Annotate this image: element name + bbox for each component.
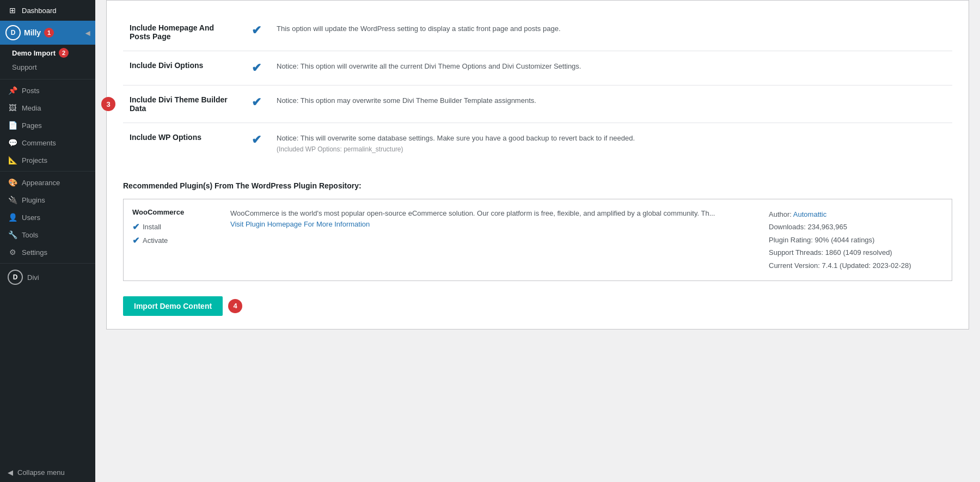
option-desc-1: Notice: This option will overwrite all t… xyxy=(270,51,952,86)
main-content: Include Homepage And Posts Page ✔ This o… xyxy=(95,0,980,482)
plugins-section: Recommended Plugin(s) From The WordPress… xyxy=(123,179,952,281)
sidebar-tools-label: Tools xyxy=(22,231,38,239)
collapse-menu-button[interactable]: ◀ Collapse menu xyxy=(0,463,95,482)
plugin-threads-row: Support Threads: 1860 (1409 resolved) xyxy=(769,246,943,259)
sidebar-appearance-label: Appearance xyxy=(22,179,60,187)
option-check-2[interactable]: ✔ xyxy=(243,86,270,123)
option-check-1[interactable]: ✔ xyxy=(243,51,270,86)
sidebar-media-label: Media xyxy=(22,104,41,112)
plugin-author-link[interactable]: Automattic xyxy=(793,210,826,218)
support-label: Support xyxy=(12,63,37,71)
sidebar-dashboard-label: Dashboard xyxy=(22,7,57,15)
comments-icon: 💬 xyxy=(8,138,17,148)
checkmark-icon-0: ✔ xyxy=(252,23,261,37)
plugin-name-col: WooCommerce ✔ Install ✔ Activate xyxy=(132,208,219,272)
sidebar-settings-label: Settings xyxy=(22,248,47,257)
sidebar-item-posts[interactable]: 📌 Posts xyxy=(0,82,95,99)
sidebar-posts-label: Posts xyxy=(22,87,40,95)
sidebar-divider-3 xyxy=(0,263,95,264)
sidebar-user-name: Milly xyxy=(24,28,41,37)
sidebar-comments-label: Comments xyxy=(22,139,56,147)
step-3-badge: 3 xyxy=(101,97,115,111)
plugin-install-row: ✔ Install xyxy=(132,222,219,232)
plugin-description: WooCommerce is the world's most popular … xyxy=(230,208,758,219)
sidebar-item-plugins[interactable]: 🔌 Plugins xyxy=(0,191,95,209)
demo-import-label: Demo Import xyxy=(12,49,56,57)
sidebar-item-media[interactable]: 🖼 Media xyxy=(0,99,95,117)
appearance-icon: 🎨 xyxy=(8,178,17,187)
plugin-activate-label[interactable]: Activate xyxy=(143,236,168,245)
sidebar-divi-label: Divi xyxy=(27,273,39,282)
posts-icon: 📌 xyxy=(8,86,17,95)
checkmark-icon-1: ✔ xyxy=(252,61,261,75)
checkmark-icon-2: ✔ xyxy=(252,95,261,109)
import-demo-content-button[interactable]: Import Demo Content xyxy=(123,296,223,316)
sidebar-collapse-arrow: ◂ xyxy=(85,28,90,38)
plugin-downloads-value: 234,963,965 xyxy=(808,223,847,231)
sidebar: ⊞ Dashboard D Milly 1 ◂ Demo Import 2 Su… xyxy=(0,0,95,482)
plugin-activate-check-icon: ✔ xyxy=(132,235,139,246)
sidebar-item-divi[interactable]: D Divi xyxy=(0,266,95,289)
sidebar-item-users[interactable]: 👤 Users xyxy=(0,209,95,226)
plugin-version-row: Current Version: 7.4.1 (Updated: 2023-02… xyxy=(769,259,943,272)
sidebar-projects-label: Projects xyxy=(22,156,47,164)
tools-icon: 🔧 xyxy=(8,230,17,240)
sidebar-divider-2 xyxy=(0,171,95,172)
settings-icon: ⚙ xyxy=(8,247,17,257)
option-check-3[interactable]: ✔ xyxy=(243,123,270,164)
sidebar-item-support[interactable]: Support xyxy=(0,61,95,77)
sidebar-item-tools[interactable]: 🔧 Tools xyxy=(0,226,95,243)
sidebar-item-projects[interactable]: 📐 Projects xyxy=(0,151,95,169)
sidebar-plugins-label: Plugins xyxy=(22,196,45,204)
table-row: Include Divi Options ✔ Notice: This opti… xyxy=(123,51,952,86)
checkmark-icon-3: ✔ xyxy=(252,133,261,147)
sidebar-item-appearance[interactable]: 🎨 Appearance xyxy=(0,174,95,191)
collapse-label: Collapse menu xyxy=(17,468,65,477)
table-row: Include WP Options ✔ Notice: This will o… xyxy=(123,123,952,164)
plugin-name: WooCommerce xyxy=(132,208,219,216)
option-name-1: Include Divi Options xyxy=(123,51,243,86)
media-icon: 🖼 xyxy=(8,103,17,113)
plugin-activate-row: ✔ Activate xyxy=(132,235,219,246)
dashboard-icon: ⊞ xyxy=(8,5,17,15)
collapse-icon: ◀ xyxy=(8,468,13,477)
sidebar-users-label: Users xyxy=(22,213,40,222)
option-desc-3: Notice: This will overwrite some databas… xyxy=(270,123,952,164)
sidebar-item-settings[interactable]: ⚙ Settings xyxy=(0,243,95,261)
option-name-3: Include WP Options xyxy=(123,123,243,164)
option-name-0: Include Homepage And Posts Page xyxy=(123,14,243,51)
table-row: Include Homepage And Posts Page ✔ This o… xyxy=(123,14,952,51)
step-4-badge: 4 xyxy=(228,299,242,313)
plugin-card: WooCommerce ✔ Install ✔ Activate WooComm… xyxy=(123,199,952,281)
sidebar-pages-label: Pages xyxy=(22,121,42,130)
option-sub-note-3: (Included WP Options: permalink_structur… xyxy=(277,145,403,153)
plugin-downloads-row: Downloads: 234,963,965 xyxy=(769,221,943,233)
import-section: Import Demo Content 4 xyxy=(123,296,952,316)
avatar: D xyxy=(5,25,21,40)
plugin-install-check-icon: ✔ xyxy=(132,222,139,232)
demo-import-badge: 2 xyxy=(59,48,69,58)
sidebar-divider-1 xyxy=(0,79,95,80)
plugin-meta-col: Author: Automattic Downloads: 234,963,96… xyxy=(769,208,943,272)
plugin-rating-value: 90% (4044 ratings) xyxy=(815,236,875,244)
divi-avatar: D xyxy=(8,270,23,285)
users-icon: 👤 xyxy=(8,212,17,222)
projects-icon: 📐 xyxy=(8,155,17,165)
sidebar-user-row[interactable]: D Milly 1 ◂ xyxy=(0,21,95,45)
plugin-homepage-link[interactable]: Visit Plugin Homepage For More Informati… xyxy=(230,220,370,228)
plugin-install-label[interactable]: Install xyxy=(143,223,161,231)
sidebar-item-pages[interactable]: 📄 Pages xyxy=(0,117,95,134)
table-row: 3 Include Divi Theme Builder Data ✔ Noti… xyxy=(123,86,952,123)
options-table: Include Homepage And Posts Page ✔ This o… xyxy=(123,14,952,164)
plugin-rating-row: Plugin Rating: 90% (4044 ratings) xyxy=(769,234,943,246)
plugin-author-row: Author: Automattic xyxy=(769,208,943,221)
sidebar-item-demo-import[interactable]: Demo Import 2 xyxy=(0,45,95,61)
sidebar-item-comments[interactable]: 💬 Comments xyxy=(0,134,95,151)
plugins-icon: 🔌 xyxy=(8,195,17,205)
pages-icon: 📄 xyxy=(8,120,17,130)
sidebar-item-dashboard[interactable]: ⊞ Dashboard xyxy=(0,0,95,21)
option-check-0[interactable]: ✔ xyxy=(243,14,270,51)
user-badge: 1 xyxy=(44,28,54,38)
plugin-version-value: 7.4.1 (Updated: 2023-02-28) xyxy=(822,261,911,270)
option-desc-2: Notice: This option may overwrite some D… xyxy=(270,86,952,123)
